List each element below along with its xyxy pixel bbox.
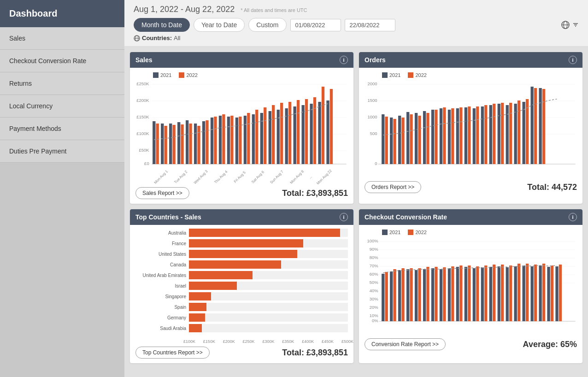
hbar-fill <box>189 282 237 290</box>
hbar-label: United Arab Emirates <box>135 273 186 278</box>
svg-rect-166 <box>517 264 520 321</box>
hbar-axis-label: £300K <box>262 339 274 344</box>
date-to-input[interactable] <box>345 19 395 31</box>
svg-rect-78 <box>393 119 396 164</box>
svg-rect-77 <box>390 118 393 164</box>
btn-custom[interactable]: Custom <box>248 18 286 32</box>
btn-month-to-date[interactable]: Month to Date <box>134 18 190 32</box>
svg-rect-30 <box>189 124 192 164</box>
svg-rect-44 <box>247 113 250 164</box>
svg-rect-159 <box>489 267 492 321</box>
svg-rect-162 <box>501 265 504 321</box>
conversion-legend: 2021 2022 <box>364 230 578 235</box>
orders-report-btn[interactable]: Orders Report >> <box>365 181 421 193</box>
svg-rect-137 <box>398 270 401 321</box>
date-from-input[interactable] <box>290 19 341 31</box>
hbar-label: France <box>135 241 186 246</box>
sales-info-icon[interactable]: i <box>340 56 348 64</box>
svg-rect-111 <box>530 87 533 164</box>
svg-rect-95 <box>465 107 467 164</box>
svg-rect-33 <box>202 121 205 164</box>
svg-rect-141 <box>415 270 417 321</box>
svg-rect-58 <box>305 99 308 164</box>
svg-rect-61 <box>318 102 321 164</box>
svg-rect-45 <box>252 114 255 164</box>
svg-text:£250K: £250K <box>136 82 149 86</box>
sidebar-item-currency[interactable]: Local Currency <box>0 95 124 118</box>
sales-chart-title: Sales <box>135 56 153 64</box>
svg-rect-46 <box>255 110 258 164</box>
orders-chart-footer: Orders Report >> Total: 44,572 <box>359 178 582 198</box>
svg-rect-171 <box>539 265 541 321</box>
sidebar-item-checkout[interactable]: Checkout Conversion Rate <box>0 50 124 72</box>
hbar-row: Germany <box>135 313 348 322</box>
svg-rect-59 <box>310 104 312 164</box>
svg-rect-112 <box>534 88 537 164</box>
hbar-track <box>189 303 348 311</box>
svg-rect-62 <box>322 87 324 164</box>
hbar-fill <box>189 260 281 269</box>
globe-filter-btn[interactable] <box>561 21 579 29</box>
orders-legend-2021: 2021 <box>382 72 400 78</box>
main-content: Aug 1, 2022 - Aug 22, 2022 * All dates a… <box>124 0 588 377</box>
sidebar-item-payments[interactable]: Payment Methods <box>0 118 124 140</box>
svg-rect-155 <box>473 268 476 321</box>
svg-rect-60 <box>313 97 316 164</box>
svg-rect-169 <box>530 266 533 321</box>
hbar-row: Israel <box>135 282 348 290</box>
sidebar-item-returns[interactable]: Returns <box>0 72 124 95</box>
svg-rect-43 <box>244 116 247 164</box>
svg-text:90%: 90% <box>370 247 378 252</box>
hbar-fill <box>189 250 297 258</box>
hbar-fill <box>189 239 303 247</box>
svg-rect-21 <box>153 121 155 164</box>
svg-rect-85 <box>423 111 426 164</box>
top-countries-report-btn[interactable]: Top Countries Report >> <box>135 347 210 359</box>
sales-chart-card: Sales i 2021 2022 <box>130 52 353 204</box>
btn-year-to-date[interactable]: Year to Date <box>194 18 245 32</box>
top-countries-info-icon[interactable]: i <box>340 213 348 221</box>
hbar-label: Singapore <box>135 294 186 299</box>
svg-text:0%: 0% <box>372 318 378 323</box>
svg-rect-22 <box>156 124 159 164</box>
svg-rect-165 <box>514 266 517 321</box>
top-countries-header: Top Countries - Sales i <box>130 209 353 225</box>
svg-rect-57 <box>301 105 304 164</box>
svg-rect-50 <box>272 105 275 164</box>
svg-rect-149 <box>448 268 451 321</box>
svg-rect-161 <box>498 266 500 321</box>
hbar-track <box>189 271 348 279</box>
hbar-axis-label: £100K <box>183 339 195 344</box>
conversion-legend-2021-dot <box>382 230 388 235</box>
sidebar: Dashboard Sales Checkout Conversion Rate… <box>0 0 124 377</box>
conversion-info-icon[interactable]: i <box>569 213 577 221</box>
svg-rect-151 <box>456 267 459 321</box>
svg-rect-140 <box>410 268 412 321</box>
sidebar-item-duties[interactable]: Duties Pre Payment <box>0 140 124 163</box>
conversion-report-btn[interactable]: Conversion Rate Report >> <box>365 338 446 350</box>
hbar-fill <box>189 271 253 279</box>
svg-rect-37 <box>219 116 222 164</box>
svg-rect-64 <box>330 89 333 164</box>
svg-rect-87 <box>431 110 434 164</box>
svg-rect-114 <box>542 89 545 164</box>
svg-rect-148 <box>443 267 446 321</box>
hbar-row: Saudi Arabia <box>135 324 348 332</box>
svg-rect-48 <box>264 107 266 164</box>
svg-text:20%: 20% <box>370 305 378 310</box>
top-countries-chart-card: Top Countries - Sales i Australia France… <box>130 209 353 363</box>
orders-info-icon[interactable]: i <box>569 56 577 64</box>
topbar: Aug 1, 2022 - Aug 22, 2022 * All dates a… <box>124 0 588 47</box>
svg-rect-93 <box>456 108 459 164</box>
hbar-track <box>189 239 348 247</box>
orders-chart-title: Orders <box>365 56 386 64</box>
conversion-chart-footer: Conversion Rate Report >> Average: 65% <box>359 336 582 355</box>
svg-rect-91 <box>448 110 451 164</box>
svg-rect-136 <box>393 269 396 321</box>
sidebar-item-sales[interactable]: Sales <box>0 27 124 50</box>
hbar-row: Singapore <box>135 292 348 300</box>
svg-rect-113 <box>539 88 541 164</box>
orders-chart-body: 2021 2022 2000 1500 1000 500 0 <box>359 68 582 178</box>
sales-total: Total: £3,893,851 <box>282 188 348 198</box>
sales-report-btn[interactable]: Sales Report >> <box>135 187 189 199</box>
